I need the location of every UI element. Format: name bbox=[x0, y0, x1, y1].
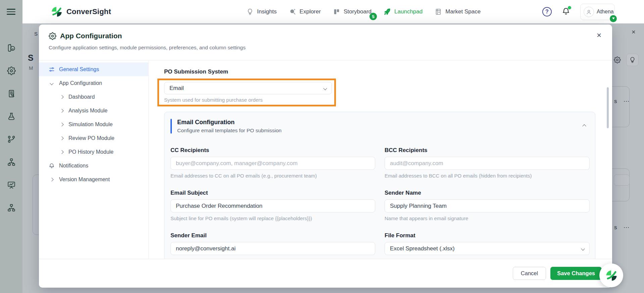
overlay-dim-sidebar bbox=[0, 0, 22, 293]
chevron-down-icon bbox=[323, 86, 327, 90]
modal-header: App Configuration Configure application … bbox=[39, 25, 612, 60]
bcc-recipients-input[interactable] bbox=[385, 157, 590, 170]
user-name: Athena bbox=[597, 9, 614, 15]
chevron-right-icon bbox=[60, 137, 64, 140]
conversight-mark-icon bbox=[605, 269, 618, 282]
chevron-right-icon bbox=[60, 109, 64, 112]
notifications-bell-icon[interactable] bbox=[562, 7, 570, 17]
field-sender-name: Sender Name Name that appears in email s… bbox=[385, 190, 590, 221]
modal-nav-analysis-module[interactable]: Analysis Module bbox=[39, 104, 148, 117]
field-email-subject: Email Subject Subject line for PO emails… bbox=[170, 190, 375, 221]
nav-item-market-space[interactable]: Market Space bbox=[435, 8, 481, 15]
nav-item-explorer[interactable]: Explorer bbox=[289, 8, 321, 15]
brand[interactable]: ConverSight bbox=[50, 0, 111, 23]
modal-content: PO Submission System Email System used f… bbox=[149, 60, 612, 259]
sender-name-input[interactable] bbox=[385, 199, 590, 212]
storyboard-badge: 5 bbox=[369, 13, 377, 20]
modal-nav-app-configuration[interactable]: App Configuration bbox=[39, 76, 148, 90]
nav-item-launchpad[interactable]: Launchpad bbox=[384, 8, 423, 15]
email-config-subtitle: Configure email templates for PO submiss… bbox=[177, 128, 282, 134]
field-bcc-recipients: BCC Recipients Email addresses to BCC on… bbox=[385, 147, 590, 179]
top-navbar: ConverSight Insights Explorer Storyboard… bbox=[22, 0, 644, 23]
chevron-down-icon bbox=[581, 247, 585, 250]
po-submission-label: PO Submission System bbox=[164, 68, 601, 75]
explorer-icon bbox=[289, 8, 296, 15]
navbar-right: ? Athena bbox=[542, 0, 615, 23]
user-menu[interactable]: Athena bbox=[580, 4, 615, 20]
storyboard-icon bbox=[333, 8, 340, 15]
sliders-icon bbox=[49, 66, 55, 72]
modal-title: App Configuration bbox=[60, 32, 122, 40]
field-cc-recipients: CC Recipients Email addresses to CC on a… bbox=[170, 147, 375, 179]
avatar bbox=[584, 7, 594, 17]
sender-email-input[interactable] bbox=[170, 242, 375, 255]
notification-dot bbox=[568, 6, 571, 9]
modal-nav-dashboard[interactable]: Dashboard bbox=[39, 90, 148, 104]
email-config-title: Email Configuration bbox=[177, 119, 282, 126]
field-sender-email: Sender Email Email address that appears … bbox=[170, 232, 375, 259]
modal-subtitle: Configure application settings, module p… bbox=[49, 45, 246, 51]
po-submission-select[interactable]: Email bbox=[164, 82, 332, 94]
scrollbar-thumb[interactable] bbox=[607, 87, 609, 128]
brand-name: ConverSight bbox=[66, 7, 111, 16]
modal-nav-notifications[interactable]: Notifications bbox=[39, 159, 148, 173]
collapse-section-icon[interactable] bbox=[583, 123, 586, 129]
chevron-right-icon bbox=[49, 178, 55, 181]
bell-icon bbox=[49, 163, 55, 169]
email-config-fields: CC Recipients Email addresses to CC on a… bbox=[170, 147, 586, 259]
modal-nav-version-management[interactable]: Version Management bbox=[39, 173, 148, 186]
launchpad-rocket-icon bbox=[384, 8, 391, 15]
modal-nav-po-history-module[interactable]: PO History Module bbox=[39, 145, 148, 159]
market-space-icon bbox=[435, 8, 442, 15]
accent-bar bbox=[170, 119, 172, 134]
screen: ConverSight Insights Explorer Storyboard… bbox=[0, 0, 644, 293]
save-changes-button[interactable]: Save Changes bbox=[550, 267, 602, 280]
gear-icon bbox=[49, 32, 56, 40]
po-submission-helper: System used for submitting purchase orde… bbox=[164, 97, 334, 103]
file-format-select[interactable]: Excel Spreadsheet (.xlsx) bbox=[385, 242, 590, 255]
modal-nav-general-settings[interactable]: General Settings bbox=[39, 62, 148, 76]
chevron-down-icon bbox=[49, 82, 55, 85]
cancel-button[interactable]: Cancel bbox=[513, 267, 546, 280]
modal-close-icon[interactable]: × bbox=[595, 29, 603, 41]
app-configuration-modal: App Configuration Configure application … bbox=[39, 25, 612, 288]
modal-nav-simulation-module[interactable]: Simulation Module bbox=[39, 117, 148, 131]
main-nav: Insights Explorer Storyboard 5 Launchpad… bbox=[246, 0, 481, 23]
chevron-right-icon bbox=[60, 123, 64, 126]
nav-item-insights[interactable]: Insights bbox=[246, 8, 277, 15]
chevron-right-icon bbox=[60, 96, 64, 98]
nav-item-storyboard[interactable]: Storyboard 5 bbox=[333, 8, 371, 15]
assistant-fab[interactable] bbox=[599, 263, 623, 287]
cc-recipients-input[interactable] bbox=[170, 157, 375, 170]
modal-footer: Cancel Save Changes bbox=[39, 259, 612, 288]
user-caret-icon bbox=[610, 15, 617, 22]
conversight-logo-icon bbox=[50, 5, 63, 18]
modal-sidebar-nav: General Settings App Configuration Dashb… bbox=[39, 60, 149, 259]
email-subject-input[interactable] bbox=[170, 199, 375, 212]
email-configuration-card: Email Configuration Configure email temp… bbox=[164, 112, 595, 259]
annotation-highlight-box: Email System used for submitting purchas… bbox=[157, 79, 336, 106]
help-icon[interactable]: ? bbox=[542, 7, 552, 16]
modal-nav-review-po-module[interactable]: Review PO Module bbox=[39, 131, 148, 145]
po-submission-value: Email bbox=[169, 85, 184, 92]
insights-icon bbox=[246, 8, 254, 15]
field-file-format: File Format Excel Spreadsheet (.xlsx) Fo… bbox=[385, 232, 590, 259]
chevron-right-icon bbox=[60, 151, 64, 153]
